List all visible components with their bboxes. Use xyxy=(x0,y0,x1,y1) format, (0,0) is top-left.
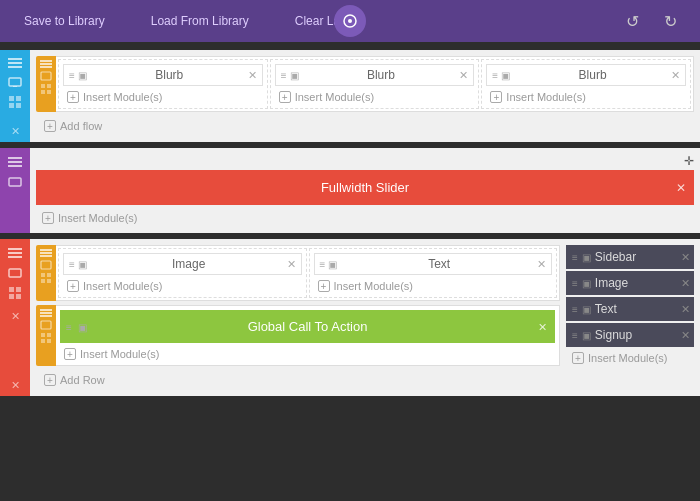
center-icon xyxy=(334,5,366,37)
add-flow-icon: + xyxy=(44,120,56,132)
section-1-row: ≡ ▣ Blurb ✕ + Insert Module(s) xyxy=(36,56,694,112)
sidebar-screen-icon-2: ▣ xyxy=(582,278,591,289)
svg-rect-23 xyxy=(8,248,22,250)
insert-label-3: Insert Module(s) xyxy=(506,91,585,103)
add-row-button[interactable]: + Add Row xyxy=(36,370,560,390)
sidebar-lines-icon-4: ≡ xyxy=(572,330,578,341)
svg-rect-4 xyxy=(8,66,22,68)
section-3-grid-icon xyxy=(9,287,21,302)
sidebar-module-text-close[interactable]: ✕ xyxy=(681,303,690,316)
svg-rect-11 xyxy=(40,60,52,62)
module-blurb-2-close[interactable]: ✕ xyxy=(459,69,468,82)
add-row-icon: + xyxy=(44,374,56,386)
module-image-close[interactable]: ✕ xyxy=(287,258,296,271)
save-to-library-button[interactable]: Save to Library xyxy=(16,10,113,32)
module-image-lines-icon: ≡ xyxy=(69,259,75,270)
svg-rect-43 xyxy=(41,333,45,337)
insert-plus-icon-1: + xyxy=(67,91,79,103)
insert-module-sidebar[interactable]: + Insert Module(s) xyxy=(566,349,694,367)
fullwidth-slider-title: Fullwidth Slider xyxy=(321,180,409,195)
section-3-row-2-content: ≡ ▣ Global Call To Action ✕ + Insert Mod… xyxy=(56,305,560,366)
insert-icon-sidebar: + xyxy=(572,352,584,364)
row-3-2-handle[interactable] xyxy=(36,305,56,366)
insert-module-s3r2[interactable]: + Insert Module(s) xyxy=(58,345,557,363)
svg-rect-22 xyxy=(9,178,21,186)
section-3-row-1-cols: ≡ ▣ Image ✕ + Insert Module(s) xyxy=(58,248,557,298)
svg-rect-42 xyxy=(41,321,51,329)
svg-rect-5 xyxy=(9,78,21,86)
module-blurb-1-close[interactable]: ✕ xyxy=(248,69,257,82)
svg-rect-46 xyxy=(47,339,51,343)
insert-module-col3[interactable]: + Insert Module(s) xyxy=(484,88,688,106)
sidebar-module-signup-close[interactable]: ✕ xyxy=(681,329,690,342)
insert-icon-s3r2: + xyxy=(64,348,76,360)
load-from-library-button[interactable]: Load From Library xyxy=(143,10,257,32)
insert-label-sidebar: Insert Module(s) xyxy=(588,352,667,364)
section-2-body: ✛ Fullwidth Slider ✕ + Insert Module(s) xyxy=(30,148,700,233)
section-3-handle[interactable]: ✕ ✕ xyxy=(0,239,30,396)
insert-icon-s3c2: + xyxy=(318,280,330,292)
undo-button[interactable]: ↺ xyxy=(618,7,646,35)
sidebar-screen-icon-4: ▣ xyxy=(582,330,591,341)
sidebar-module-sidebar-close[interactable]: ✕ xyxy=(681,251,690,264)
redo-button[interactable]: ↻ xyxy=(656,7,684,35)
module-lines-icon-2: ≡ xyxy=(281,70,287,81)
sidebar-screen-icon-3: ▣ xyxy=(582,304,591,315)
svg-rect-21 xyxy=(8,165,22,167)
insert-module-s3c1[interactable]: + Insert Module(s) xyxy=(61,277,304,295)
svg-rect-3 xyxy=(8,62,22,64)
svg-rect-17 xyxy=(41,90,45,94)
svg-rect-30 xyxy=(16,294,21,299)
module-blurb-3-close[interactable]: ✕ xyxy=(671,69,680,82)
svg-rect-34 xyxy=(41,261,51,269)
sidebar-module-image-close[interactable]: ✕ xyxy=(681,277,690,290)
section-3-row-1-content: ≡ ▣ Image ✕ + Insert Module(s) xyxy=(56,245,560,301)
insert-module-col1[interactable]: + Insert Module(s) xyxy=(61,88,265,106)
module-cta-close[interactable]: ✕ xyxy=(538,320,547,333)
module-cta-title: Global Call To Action xyxy=(248,319,368,334)
fullwidth-slider-module: Fullwidth Slider ✕ xyxy=(36,170,694,205)
section-3-close-button[interactable]: ✕ xyxy=(11,379,20,392)
module-blurb-2-title: Blurb xyxy=(303,68,460,82)
insert-label-s3r2: Insert Module(s) xyxy=(80,348,159,360)
section-3-lines-icon xyxy=(8,247,22,261)
column-3: ≡ ▣ Blurb ✕ + Insert Module(s) xyxy=(481,59,691,109)
insert-module-s3c2[interactable]: + Insert Module(s) xyxy=(312,277,555,295)
add-flow-button[interactable]: + Add flow xyxy=(36,116,694,136)
fullwidth-slider-close[interactable]: ✕ xyxy=(676,181,686,195)
section-3-row-1: ≡ ▣ Image ✕ + Insert Module(s) xyxy=(36,245,560,301)
insert-module-col2[interactable]: + Insert Module(s) xyxy=(273,88,477,106)
section-2-handle[interactable] xyxy=(0,148,30,233)
section-3-main: ≡ ▣ Image ✕ + Insert Module(s) xyxy=(36,245,560,390)
module-screen-icon-1: ▣ xyxy=(78,70,87,81)
module-cta-screen-icon: ▣ xyxy=(78,321,87,332)
svg-rect-24 xyxy=(8,252,22,254)
s3-col2: ≡ ▣ Text ✕ + Insert Module(s) xyxy=(309,248,558,298)
sidebar-module-image-label: Image xyxy=(595,276,628,290)
toolbar: Save to Library Load From Library Clear … xyxy=(0,0,700,42)
svg-rect-41 xyxy=(40,315,52,317)
svg-rect-8 xyxy=(16,96,21,101)
module-screen-icon-2: ▣ xyxy=(290,70,299,81)
svg-rect-25 xyxy=(8,256,22,258)
module-lines-icon-3: ≡ xyxy=(492,70,498,81)
row-3-1-handle[interactable] xyxy=(36,245,56,301)
insert-module-section2[interactable]: + Insert Module(s) xyxy=(36,209,694,227)
insert-label-2: Insert Module(s) xyxy=(295,91,374,103)
sidebar-lines-icon-2: ≡ xyxy=(572,278,578,289)
insert-label-s3c1: Insert Module(s) xyxy=(83,280,162,292)
module-text-close[interactable]: ✕ xyxy=(537,258,546,271)
section-3-x-icon: ✕ xyxy=(11,310,20,323)
row-1-handle[interactable] xyxy=(36,56,56,112)
sidebar-module-image: ≡ ▣ Image ✕ xyxy=(566,271,694,295)
section-1-screen-icon xyxy=(8,76,22,90)
sidebar-module-text-label: Text xyxy=(595,302,617,316)
svg-rect-27 xyxy=(9,287,14,292)
section-3-row-2: ≡ ▣ Global Call To Action ✕ + Insert Mod… xyxy=(36,305,560,366)
section-1-handle[interactable]: ✕ xyxy=(0,50,30,142)
module-lines-icon-1: ≡ xyxy=(69,70,75,81)
insert-icon-s3c1: + xyxy=(67,280,79,292)
module-cta: ≡ ▣ Global Call To Action ✕ xyxy=(60,310,555,343)
section-1-close-button[interactable]: ✕ xyxy=(11,125,20,138)
add-row-label: Add Row xyxy=(60,374,105,386)
